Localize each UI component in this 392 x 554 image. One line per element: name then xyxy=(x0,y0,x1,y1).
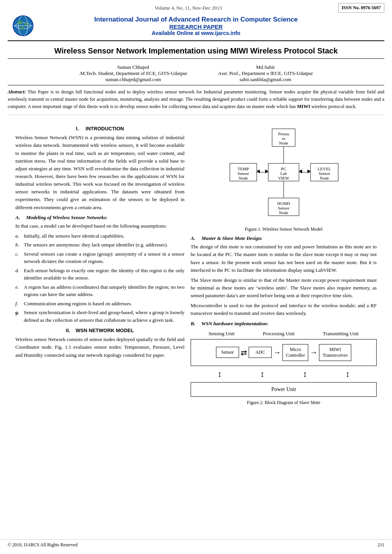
modeling-intro: In that case, a model can be developed b… xyxy=(15,222,184,230)
svg-marker-32 xyxy=(265,170,268,173)
processing-unit-label: Processing Unit xyxy=(263,331,295,337)
authors-section: Suman Chhajed .M.Tech. Student, Departme… xyxy=(8,62,384,85)
svg-text:Sensor: Sensor xyxy=(278,206,289,210)
svg-text:HUMD: HUMD xyxy=(277,201,290,206)
paper-title: Wireless Sensor Network Implementation u… xyxy=(15,47,377,55)
sensing-unit-label: Sensing Unit xyxy=(209,331,235,337)
svg-text:TEMP: TEMP xyxy=(238,166,249,171)
svg-text:PC: PC xyxy=(281,166,286,171)
journal-title-area: International Journal of Advanced Resear… xyxy=(38,16,354,36)
modeling-list: a. Initially, all the sensors have ident… xyxy=(15,232,184,324)
svg-marker-33 xyxy=(257,170,260,173)
list-content-e: A region has an address (coordinates) th… xyxy=(24,283,184,298)
svg-text:LEVEL: LEVEL xyxy=(318,166,331,171)
available-online: Available Online at www.ijarcs.info xyxy=(38,30,354,36)
master-slave-text3: Microcontroller is used to run the proto… xyxy=(191,302,377,317)
list-item-d: d. Each sensor belongs to exactly one re… xyxy=(15,267,184,282)
list-label-g: g. xyxy=(15,309,22,324)
svg-text:Node: Node xyxy=(320,176,329,180)
transmitting-unit-label: Transmitting Unit xyxy=(323,331,359,337)
micro-controller-box: MicroController xyxy=(282,344,308,361)
intro-heading: I. INTRODUCTION xyxy=(15,126,184,131)
wsn-network-svg: Pressu re Node PC Lab VIEW TEMP Sensor N… xyxy=(222,125,345,225)
svg-point-6 xyxy=(24,23,28,26)
list-label-d: d. xyxy=(15,267,22,282)
author-email-2: sabii.sankhla@gmail.com xyxy=(218,77,313,83)
miwi-transreceiver-box: MIWITransreceiver xyxy=(319,344,351,361)
up-arrow-2: ↕ xyxy=(260,369,264,379)
svg-text:Node: Node xyxy=(279,210,288,215)
svg-text:Lab: Lab xyxy=(280,171,287,176)
master-slave-text2: The Slave mote design is similar to that… xyxy=(191,276,377,299)
master-slave-text1: The design of this mote is not constrain… xyxy=(191,243,377,274)
research-paper-label: RESEARCH PAPER xyxy=(38,23,354,30)
svg-marker-34 xyxy=(307,170,311,173)
footer-bar: © 2010, IJARCS All Rights Reserved 211 xyxy=(0,539,392,550)
arrow-2: → xyxy=(273,348,281,357)
figure1-area: Pressu re Node PC Lab VIEW TEMP Sensor N… xyxy=(191,125,377,232)
figure2-caption: Figure.2. Block Diagram of Slave Mote xyxy=(191,400,377,406)
globe-icon xyxy=(12,14,35,37)
list-content-a: Initially, all the sensors have identica… xyxy=(24,232,184,240)
author-block-2: Md.Sabir Asst. Prof., Department o fECE,… xyxy=(218,64,313,83)
page: Volume 4, No. 11, Nov-Dec 2013 ISSN No. … xyxy=(0,0,392,554)
modeling-heading: A. Modeling of Wireless Sensor Networks: xyxy=(15,215,184,221)
adc-box: ADC xyxy=(249,347,272,358)
left-column: I. INTRODUCTION Wireless Sensor Network … xyxy=(15,122,184,405)
author-name-2: Md.Sabir xyxy=(218,64,313,70)
up-arrow-1: ↕ xyxy=(218,369,222,379)
abstract-label: Abstract: xyxy=(8,89,26,95)
main-content: I. INTRODUCTION Wireless Sensor Network … xyxy=(8,118,384,409)
list-content-g: Sensor synchronization is short-lived an… xyxy=(24,309,184,324)
master-slave-heading: A. Master & Slave Mote Design: xyxy=(191,235,377,241)
author-name-1: Suman Chhajed xyxy=(79,64,187,70)
list-item-b: b. The sensors are anonymous: they lack … xyxy=(15,241,184,249)
logo-area xyxy=(8,14,38,37)
svg-text:Node: Node xyxy=(279,141,288,145)
intro-text: Wireless Sensor Network (WSN) is a promi… xyxy=(15,134,184,211)
svg-text:Sensor: Sensor xyxy=(238,171,249,176)
svg-text:VIEW: VIEW xyxy=(278,176,289,180)
list-item-f: f. Communication among regions is based … xyxy=(15,300,184,308)
wsn-hardware-heading: B. WSN hardware implementation: xyxy=(191,321,377,327)
svg-text:re: re xyxy=(282,136,286,141)
svg-point-5 xyxy=(17,21,23,25)
list-item-a: a. Initially, all the sensors have ident… xyxy=(15,232,184,240)
wsn-network-heading: II. WSN NETWORK MODEL xyxy=(15,328,184,333)
volume-text: Volume 4, No. 11, Nov-Dec 2013 xyxy=(154,5,222,11)
power-unit-label: Power Unit xyxy=(271,386,296,392)
svg-text:Sensor: Sensor xyxy=(319,171,330,176)
page-number: 211 xyxy=(377,542,384,548)
list-label-f: f. xyxy=(15,300,22,308)
paper-title-section: Wireless Sensor Network Implementation u… xyxy=(8,40,384,59)
up-arrow-4: ↕ xyxy=(345,369,350,379)
author-email-1: suman.chhajed@gmail.com xyxy=(79,77,187,83)
abstract-section: Abstract: This Paper is to design full f… xyxy=(8,88,384,115)
sensor-box: Sensor xyxy=(216,347,239,358)
figure1-caption: Figure.1. Wireless Sensor Network Model xyxy=(191,226,377,232)
copyright-text: © 2010, IJARCS All Rights Reserved xyxy=(8,542,78,548)
list-label-e: e. xyxy=(15,283,22,298)
list-item-e: e. A region has an address (coordinates)… xyxy=(15,283,184,298)
list-label-b: b. xyxy=(15,241,22,249)
list-item-c: c. Several sensors can create a region (… xyxy=(15,250,184,265)
abstract-text: Abstract: This Paper is to design full f… xyxy=(8,88,384,110)
list-content-c: Several sensors can create a region (gro… xyxy=(24,250,184,265)
list-content-b: The sensors are anonymous: they lack uni… xyxy=(24,241,184,249)
list-content-f: Communication among regions is based on … xyxy=(24,300,184,308)
abstract-body: This Paper is to design full functional … xyxy=(8,89,384,109)
right-column: Pressu re Node PC Lab VIEW TEMP Sensor N… xyxy=(191,122,377,405)
list-item-g: g. Sensor synchronization is short-lived… xyxy=(15,309,184,324)
arrows-row: ↕ ↕ ↕ ↕ xyxy=(191,366,377,382)
author-affiliation-2: Asst. Prof., Department o fECE, GITS-Uda… xyxy=(218,70,313,77)
list-content-d: Each sensor belongs to exactly one regio… xyxy=(24,267,184,282)
list-label-a: a. xyxy=(15,232,22,240)
block-diagram-section: Sensing Unit Processing Unit Transmittin… xyxy=(191,331,377,406)
journal-title: International Journal of Advanced Resear… xyxy=(38,16,354,23)
author-block-1: Suman Chhajed .M.Tech. Student, Departme… xyxy=(79,64,187,83)
wsn-network-text: Wireless sensor Network consists of sens… xyxy=(15,336,184,359)
author-affiliation-1: .M.Tech. Student, Department of ECE, GIT… xyxy=(79,70,187,77)
arrow-3: → xyxy=(310,348,317,357)
arrow-1: ⇄ xyxy=(241,348,247,357)
svg-text:Node: Node xyxy=(239,176,248,180)
